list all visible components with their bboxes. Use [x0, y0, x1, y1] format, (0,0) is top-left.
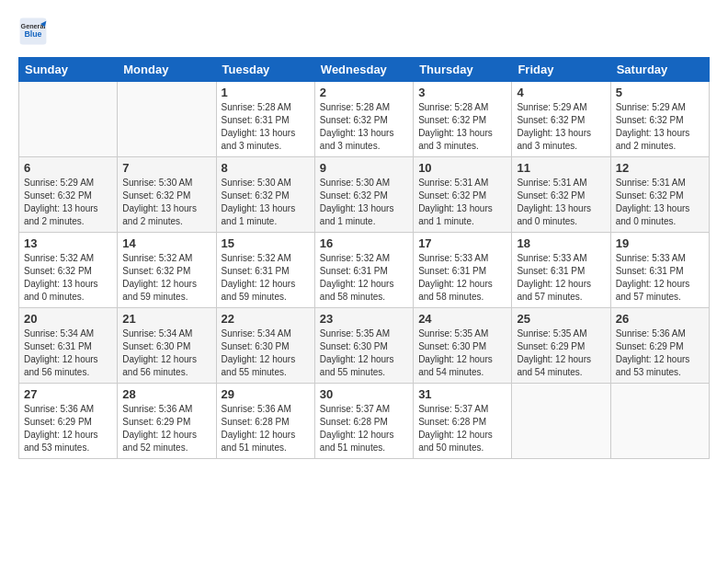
day-number: 24 — [418, 312, 506, 326]
calendar-cell — [118, 82, 216, 157]
calendar-cell: 21Sunrise: 5:34 AM Sunset: 6:30 PM Dayli… — [118, 308, 216, 384]
header: General Blue — [18, 17, 710, 46]
day-info: Sunrise: 5:30 AM Sunset: 6:32 PM Dayligh… — [320, 177, 408, 228]
calendar-header-row: SundayMondayTuesdayWednesdayThursdayFrid… — [19, 58, 710, 82]
calendar-cell: 29Sunrise: 5:36 AM Sunset: 6:28 PM Dayli… — [216, 384, 314, 459]
calendar-cell: 2Sunrise: 5:28 AM Sunset: 6:32 PM Daylig… — [314, 82, 413, 157]
day-info: Sunrise: 5:31 AM Sunset: 6:32 PM Dayligh… — [418, 177, 506, 228]
calendar-cell: 25Sunrise: 5:35 AM Sunset: 6:29 PM Dayli… — [512, 308, 610, 384]
day-info: Sunrise: 5:35 AM Sunset: 6:30 PM Dayligh… — [320, 327, 408, 379]
day-number: 2 — [320, 86, 408, 99]
day-number: 7 — [122, 161, 210, 175]
day-number: 16 — [320, 236, 408, 250]
calendar-cell: 11Sunrise: 5:31 AM Sunset: 6:32 PM Dayli… — [512, 157, 610, 233]
calendar-week-row: 13Sunrise: 5:32 AM Sunset: 6:32 PM Dayli… — [19, 233, 710, 308]
day-info: Sunrise: 5:36 AM Sunset: 6:28 PM Dayligh… — [222, 403, 310, 454]
header-day: Wednesday — [314, 58, 413, 82]
svg-text:Blue: Blue — [24, 29, 41, 39]
day-number: 12 — [616, 161, 704, 175]
calendar-cell: 18Sunrise: 5:33 AM Sunset: 6:31 PM Dayli… — [512, 233, 610, 308]
day-number: 23 — [320, 312, 408, 326]
day-info: Sunrise: 5:29 AM Sunset: 6:32 PM Dayligh… — [616, 101, 704, 153]
header-day: Monday — [118, 58, 216, 82]
day-number: 22 — [222, 312, 310, 326]
calendar-cell: 8Sunrise: 5:30 AM Sunset: 6:32 PM Daylig… — [216, 157, 314, 233]
calendar-cell: 4Sunrise: 5:29 AM Sunset: 6:32 PM Daylig… — [512, 82, 610, 157]
day-number: 27 — [24, 387, 112, 401]
day-number: 29 — [222, 387, 310, 401]
day-number: 8 — [222, 161, 310, 175]
day-info: Sunrise: 5:28 AM Sunset: 6:32 PM Dayligh… — [418, 101, 506, 153]
day-info: Sunrise: 5:29 AM Sunset: 6:32 PM Dayligh… — [517, 101, 605, 153]
calendar-cell: 10Sunrise: 5:31 AM Sunset: 6:32 PM Dayli… — [414, 157, 512, 233]
day-number: 9 — [320, 161, 408, 175]
day-info: Sunrise: 5:34 AM Sunset: 6:30 PM Dayligh… — [122, 327, 210, 379]
calendar-week-row: 6Sunrise: 5:29 AM Sunset: 6:32 PM Daylig… — [19, 157, 710, 233]
calendar-cell: 1Sunrise: 5:28 AM Sunset: 6:31 PM Daylig… — [216, 82, 314, 157]
calendar-cell — [512, 384, 610, 459]
day-number: 10 — [418, 161, 506, 175]
day-number: 4 — [517, 86, 605, 99]
calendar-cell: 16Sunrise: 5:32 AM Sunset: 6:31 PM Dayli… — [314, 233, 413, 308]
calendar-cell: 12Sunrise: 5:31 AM Sunset: 6:32 PM Dayli… — [610, 157, 709, 233]
day-number: 30 — [320, 387, 408, 401]
day-number: 15 — [222, 236, 310, 250]
calendar-cell: 14Sunrise: 5:32 AM Sunset: 6:32 PM Dayli… — [118, 233, 216, 308]
day-info: Sunrise: 5:37 AM Sunset: 6:28 PM Dayligh… — [320, 403, 408, 454]
day-info: Sunrise: 5:32 AM Sunset: 6:32 PM Dayligh… — [122, 252, 210, 304]
day-info: Sunrise: 5:36 AM Sunset: 6:29 PM Dayligh… — [24, 403, 112, 454]
day-info: Sunrise: 5:34 AM Sunset: 6:31 PM Dayligh… — [24, 327, 112, 379]
calendar-cell: 3Sunrise: 5:28 AM Sunset: 6:32 PM Daylig… — [414, 82, 512, 157]
day-info: Sunrise: 5:36 AM Sunset: 6:29 PM Dayligh… — [616, 327, 704, 379]
logo-icon: General Blue — [18, 17, 48, 46]
day-number: 20 — [24, 312, 112, 326]
day-number: 18 — [517, 236, 605, 250]
calendar-cell: 31Sunrise: 5:37 AM Sunset: 6:28 PM Dayli… — [414, 384, 512, 459]
day-info: Sunrise: 5:30 AM Sunset: 6:32 PM Dayligh… — [122, 177, 210, 228]
header-day: Sunday — [19, 58, 118, 82]
calendar-cell: 28Sunrise: 5:36 AM Sunset: 6:29 PM Dayli… — [118, 384, 216, 459]
calendar-cell: 30Sunrise: 5:37 AM Sunset: 6:28 PM Dayli… — [314, 384, 413, 459]
day-number: 3 — [418, 86, 506, 99]
calendar-cell: 13Sunrise: 5:32 AM Sunset: 6:32 PM Dayli… — [19, 233, 118, 308]
day-number: 14 — [122, 236, 210, 250]
calendar-week-row: 27Sunrise: 5:36 AM Sunset: 6:29 PM Dayli… — [19, 384, 710, 459]
day-info: Sunrise: 5:33 AM Sunset: 6:31 PM Dayligh… — [418, 252, 506, 304]
calendar-cell: 20Sunrise: 5:34 AM Sunset: 6:31 PM Dayli… — [19, 308, 118, 384]
day-number: 28 — [122, 387, 210, 401]
header-day: Friday — [512, 58, 610, 82]
day-number: 31 — [418, 387, 506, 401]
calendar-cell: 27Sunrise: 5:36 AM Sunset: 6:29 PM Dayli… — [19, 384, 118, 459]
day-info: Sunrise: 5:32 AM Sunset: 6:32 PM Dayligh… — [24, 252, 112, 304]
calendar-cell: 23Sunrise: 5:35 AM Sunset: 6:30 PM Dayli… — [314, 308, 413, 384]
calendar-cell: 9Sunrise: 5:30 AM Sunset: 6:32 PM Daylig… — [314, 157, 413, 233]
calendar-cell: 7Sunrise: 5:30 AM Sunset: 6:32 PM Daylig… — [118, 157, 216, 233]
day-info: Sunrise: 5:33 AM Sunset: 6:31 PM Dayligh… — [616, 252, 704, 304]
calendar-week-row: 20Sunrise: 5:34 AM Sunset: 6:31 PM Dayli… — [19, 308, 710, 384]
day-info: Sunrise: 5:35 AM Sunset: 6:30 PM Dayligh… — [418, 327, 506, 379]
header-day: Saturday — [610, 58, 709, 82]
day-info: Sunrise: 5:31 AM Sunset: 6:32 PM Dayligh… — [616, 177, 704, 228]
calendar-cell — [19, 82, 118, 157]
day-number: 5 — [616, 86, 704, 99]
day-info: Sunrise: 5:37 AM Sunset: 6:28 PM Dayligh… — [418, 403, 506, 454]
day-info: Sunrise: 5:32 AM Sunset: 6:31 PM Dayligh… — [222, 252, 310, 304]
calendar-cell: 19Sunrise: 5:33 AM Sunset: 6:31 PM Dayli… — [610, 233, 709, 308]
day-number: 26 — [616, 312, 704, 326]
day-number: 11 — [517, 161, 605, 175]
calendar-cell — [610, 384, 709, 459]
day-info: Sunrise: 5:33 AM Sunset: 6:31 PM Dayligh… — [517, 252, 605, 304]
day-number: 17 — [418, 236, 506, 250]
day-number: 13 — [24, 236, 112, 250]
calendar-cell: 22Sunrise: 5:34 AM Sunset: 6:30 PM Dayli… — [216, 308, 314, 384]
calendar-week-row: 1Sunrise: 5:28 AM Sunset: 6:31 PM Daylig… — [19, 82, 710, 157]
day-info: Sunrise: 5:28 AM Sunset: 6:32 PM Dayligh… — [320, 101, 408, 153]
header-day: Thursday — [414, 58, 512, 82]
day-number: 25 — [517, 312, 605, 326]
header-day: Tuesday — [216, 58, 314, 82]
calendar-cell: 5Sunrise: 5:29 AM Sunset: 6:32 PM Daylig… — [610, 82, 709, 157]
page: General Blue SundayMondayTuesdayWednesda… — [0, 0, 728, 563]
day-info: Sunrise: 5:31 AM Sunset: 6:32 PM Dayligh… — [517, 177, 605, 228]
day-info: Sunrise: 5:32 AM Sunset: 6:31 PM Dayligh… — [320, 252, 408, 304]
calendar-cell: 26Sunrise: 5:36 AM Sunset: 6:29 PM Dayli… — [610, 308, 709, 384]
